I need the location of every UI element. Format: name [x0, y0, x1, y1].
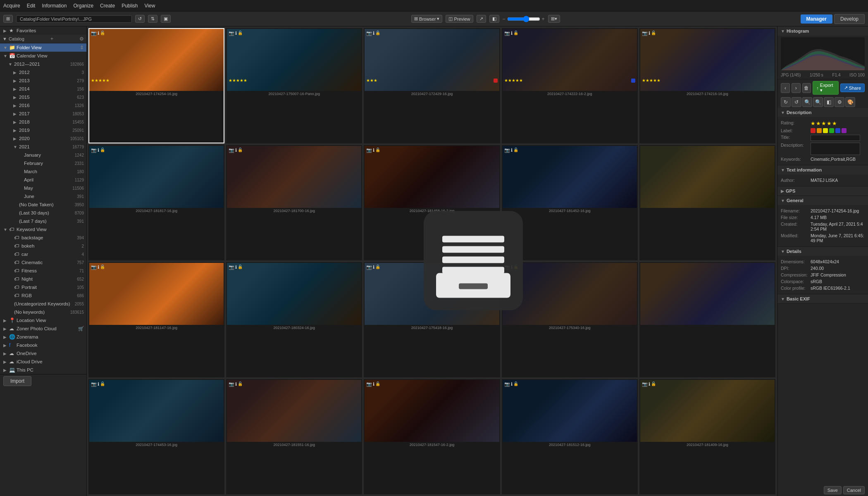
menu-acquire[interactable]: Acquire	[3, 3, 20, 9]
basic-exif-header[interactable]: ▼ Basic EXIF	[777, 294, 868, 303]
table-row[interactable]: 📷 ℹ 🔓 ★★★★★ 20210427-174254-16.jpg	[88, 28, 224, 143]
label-dot-blue[interactable]	[835, 128, 840, 133]
sidebar-item-2013[interactable]: ▶ 2013 279	[0, 76, 86, 85]
zoom-in-btn[interactable]: 🔍	[802, 97, 812, 107]
sidebar-item-february[interactable]: February 2331	[0, 159, 86, 167]
menu-create[interactable]: Create	[100, 3, 115, 9]
table-row[interactable]: 📷 ℹ 🔓 ★★★★★ 20210427-174216-16.jpg	[639, 28, 775, 143]
table-row[interactable]: 📷 ℹ 🔓 20210427-181512-16.jpg	[502, 379, 638, 494]
sidebar-item-2014[interactable]: ▶ 2014 156	[0, 85, 86, 93]
cancel-button[interactable]: Cancel	[843, 486, 865, 494]
develop-button[interactable]: Develop	[834, 14, 865, 24]
sidebar-item-2016[interactable]: ▶ 2016 1326	[0, 101, 86, 110]
sidebar-item-2018[interactable]: ▶ 2018 15455	[0, 118, 86, 126]
catalog-add-btn[interactable]: +	[50, 36, 53, 42]
path-input[interactable]	[16, 15, 132, 23]
sidebar-item-kw-uncategorized[interactable]: (Uncategorized Keywords) 2055	[0, 300, 86, 308]
popout-btn[interactable]: ↗	[477, 15, 486, 23]
table-row[interactable]: 📷 ℹ 🔓 20210427-181452-16.jpg	[502, 145, 638, 260]
sidebar-item-kw-backstage[interactable]: 🏷 backstage 394	[0, 234, 86, 242]
sidebar-item-kw-no-keywords[interactable]: (No keywords) 183615	[0, 308, 86, 316]
sidebar-item-kw-bokeh[interactable]: 🏷 bokeh 2	[0, 242, 86, 250]
sidebar-item-2021[interactable]: ▼ 2021 16779	[0, 143, 86, 151]
catalog-icon-btn[interactable]: ⊞	[3, 15, 13, 23]
rotate-cw-btn[interactable]: ↻	[781, 97, 791, 107]
catalog-settings-btn[interactable]: ⚙	[79, 36, 84, 42]
sidebar-item-january[interactable]: January 1242	[0, 151, 86, 159]
sidebar-item-2019[interactable]: ▶ 2019 25091	[0, 126, 86, 134]
sidebar-item-may[interactable]: May 11506	[0, 184, 86, 192]
sort-btn[interactable]: ⇅	[148, 15, 157, 23]
sidebar-item-this-pc[interactable]: ▶ 💻 This PC	[0, 366, 86, 374]
sidebar-item-favorites[interactable]: ▶ ★ Favorites	[0, 26, 86, 35]
share-btn[interactable]: ↗ Share	[840, 83, 865, 92]
menu-view[interactable]: View	[145, 3, 155, 9]
sidebar-item-location-view[interactable]: ▶ 📍 Location View	[0, 316, 86, 324]
sidebar-item-kw-cinematic[interactable]: 🏷 Cinematic 757	[0, 258, 86, 267]
sidebar-item-2015[interactable]: ▶ 2015 623	[0, 93, 86, 101]
sidebar-item-april[interactable]: April 1129	[0, 176, 86, 184]
table-row[interactable]: 📷 ℹ 🔓 20210427-175418-16.jpg	[364, 262, 500, 377]
rating-stars[interactable]: ★★★★★	[811, 120, 837, 126]
sidebar-item-calendar-view[interactable]: ▼ 📅 Calendar View	[0, 52, 86, 60]
description-header[interactable]: ▼ Description	[777, 108, 868, 117]
table-row[interactable]: 📷 ℹ 🔓 20210427-181700-16.jpg	[226, 145, 362, 260]
gps-header[interactable]: ▶ GPS	[777, 186, 868, 196]
menu-publish[interactable]: Publish	[122, 3, 138, 9]
title-input[interactable]	[811, 135, 860, 141]
label-dot-green[interactable]	[829, 128, 834, 133]
sidebar-item-2017[interactable]: ▶ 2017 18053	[0, 110, 86, 118]
label-dot-purple[interactable]	[842, 128, 847, 133]
compare-btn[interactable]: ◧	[489, 15, 499, 23]
sidebar-item-2020[interactable]: ▶ 2020 105101	[0, 134, 86, 143]
table-row[interactable]: 📷 ℹ 🔓 20210427-181547-16-2.jpg	[364, 379, 500, 494]
sidebar-item-icloud[interactable]: ▶ ☁ iCloud Drive	[0, 358, 86, 366]
sidebar-item-kw-portrait[interactable]: 🏷 Portrait 105	[0, 283, 86, 291]
manager-button[interactable]: Manager	[801, 14, 832, 24]
export-btn[interactable]: ↑ JPG (1/45) Export ▾	[813, 81, 838, 95]
table-row[interactable]: 📷 ℹ 🔓 20210427-181409-16.jpg	[639, 379, 775, 494]
table-row[interactable]: 📷 ℹ 🔓 20210427-181458-16-2.jpg	[364, 145, 500, 260]
compare-tool-btn[interactable]: ◧	[824, 97, 834, 107]
label-dot-yellow[interactable]	[823, 128, 828, 133]
grid-view-btn[interactable]: ⊞▾	[548, 15, 560, 23]
save-button[interactable]: Save	[824, 486, 842, 494]
table-row[interactable]	[639, 145, 775, 260]
sidebar-item-kw-rgb[interactable]: 🏷 RGB 686	[0, 291, 86, 300]
menu-edit[interactable]: Edit	[27, 3, 36, 9]
histogram-header[interactable]: ▼ Histogram	[777, 26, 868, 36]
sidebar-item-cloud[interactable]: ▶ ☁ Zoner Photo Cloud 🛒	[0, 324, 86, 333]
import-button[interactable]: Import	[3, 376, 31, 386]
sidebar-item-zonerama[interactable]: ▶ 🌐 Zonerama	[0, 333, 86, 341]
refresh-btn[interactable]: ↺	[135, 15, 145, 23]
menu-organize[interactable]: Organize	[73, 3, 93, 9]
table-row[interactable]: 📷 ℹ 🔓 ★★★ 20210427-172429-16.jpg	[364, 28, 500, 143]
table-row[interactable]: 📷 ℹ 🔓 20210427-181817-16.jpg	[88, 145, 224, 260]
menu-information[interactable]: Information	[42, 3, 67, 9]
zoom-slider[interactable]	[507, 16, 540, 22]
rotate-ccw-btn[interactable]: ↺	[792, 97, 801, 107]
prev-photo-btn[interactable]: ‹	[781, 83, 790, 93]
preview-btn[interactable]: ◫ Preview	[446, 15, 473, 23]
zoom-out-btn[interactable]: 🔍	[813, 97, 823, 107]
general-header[interactable]: ▼ General	[777, 196, 868, 205]
next-photo-btn[interactable]: ›	[792, 83, 801, 93]
table-row[interactable]: 📷 ℹ 🔓 20210427-175340-16.jpg	[502, 262, 638, 377]
table-row[interactable]	[639, 262, 775, 377]
table-row[interactable]: 📷 ℹ 🔓 20210427-181147-16.jpg	[88, 262, 224, 377]
sidebar-item-no-date[interactable]: (No Date Taken) 3950	[0, 200, 86, 209]
browser-btn[interactable]: ⊞ Browser ▾	[411, 15, 442, 23]
table-row[interactable]: 📷 ℹ 🔓 ★★★★★ 20210427-174222-16-2.jpg	[502, 28, 638, 143]
sidebar-item-june[interactable]: June 391	[0, 192, 86, 200]
sidebar-item-march[interactable]: March 180	[0, 167, 86, 176]
sidebar-item-kw-fitness[interactable]: 🏷 Fitness 71	[0, 267, 86, 275]
table-row[interactable]: 📷 ℹ 🔓 ★★★★★ 20210427-175007-16-Pano.jpg	[226, 28, 362, 143]
sidebar-item-onedrive[interactable]: ▶ ☁ OneDrive	[0, 349, 86, 358]
filter-tool-btn[interactable]: ⚙	[835, 97, 844, 107]
sidebar-item-kw-car[interactable]: 🏷 car 4	[0, 250, 86, 258]
sidebar-item-2012[interactable]: ▶ 2012 3	[0, 68, 86, 76]
catalog-section[interactable]: ▼ Catalog + ⚙	[0, 35, 86, 43]
sidebar-item-last30[interactable]: (Last 30 days) 8709	[0, 209, 86, 217]
filter-btn[interactable]: ▣	[161, 15, 171, 23]
sidebar-item-kw-night[interactable]: 🏷 Night 652	[0, 275, 86, 283]
